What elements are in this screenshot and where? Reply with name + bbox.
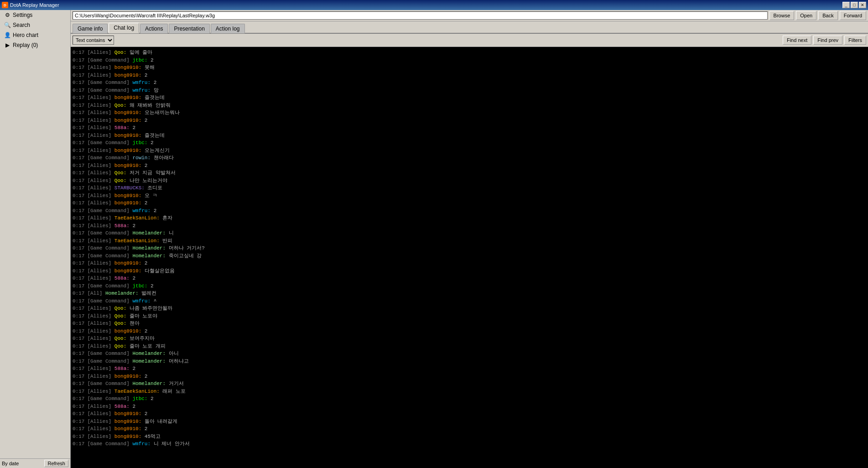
player-name: bong8910: — [114, 328, 145, 334]
chat-content: [Allies] bong8910: 돌아 내려갈게 — [87, 418, 177, 426]
chat-time: 0:17 — [73, 147, 84, 155]
chat-line: 0:17[Allies] 588a: 2 — [73, 222, 866, 230]
chat-content: [Game Command] jtbc: 2 — [87, 139, 153, 147]
chat-message: 2 — [145, 73, 148, 78]
player-name: rowin: — [132, 155, 153, 161]
chat-time: 0:17 — [73, 222, 84, 230]
chat-message: ^ — [154, 298, 157, 304]
chat-content: [All] Homelander: 벌레컨 — [87, 290, 156, 297]
chat-content: [Allies] TaeEaekSanLion: 반피 — [87, 237, 172, 245]
chat-line: 0:17[Allies] bong8910: 2 — [73, 410, 866, 418]
app-title: DotA Replay Manager — [10, 2, 59, 8]
chat-line: 0:17[Game Command] wmfru: 2 — [73, 207, 866, 215]
chat-message: 챈아 — [130, 321, 140, 326]
title-bar: D DotA Replay Manager _ □ ✕ — [0, 0, 868, 10]
tab-presentation[interactable]: Presentation — [169, 24, 209, 33]
chat-line: 0:17[Allies] bong8910: 즐겻는데 — [73, 132, 866, 140]
sidebar-item-settings[interactable]: ⚙ Settings — [0, 10, 70, 20]
chat-time: 0:17 — [73, 358, 84, 365]
chat-message: 조디포 — [147, 185, 162, 191]
chat-line: 0:17[Game Command] wmfru: ^ — [73, 297, 866, 305]
chat-line: 0:17[Game Command] Homelander: 아니 — [73, 350, 866, 358]
chat-time: 0:17 — [73, 87, 84, 94]
chat-content: [Game Command] rowin: 챈아래다 — [87, 154, 173, 162]
chat-content: [Allies] Qoo: 챈아 — [87, 320, 139, 328]
player-name: Qoo: — [114, 321, 130, 326]
chat-line: 0:17[Allies] bong8910: 오는게신기 — [73, 147, 866, 155]
chat-message: 왜 쟤봐봐 안밝줘 — [130, 103, 171, 108]
sort-label: By date — [2, 461, 19, 466]
chat-time: 0:17 — [73, 132, 84, 140]
browse-button[interactable]: Browse — [769, 11, 795, 20]
chat-time: 0:17 — [73, 290, 84, 297]
find-next-button[interactable]: Find next — [783, 36, 811, 45]
chat-line: 0:17[Game Command] rowin: 챈아래다 — [73, 154, 866, 162]
chat-content: [Allies] Qoo: 저거 지금 약발쳐서 — [87, 169, 176, 177]
player-name: bong8910: — [114, 426, 145, 432]
chat-line: 0:17[Game Command] Homelander: 머하나 거기서? — [73, 244, 866, 252]
search-type-dropdown[interactable]: Text contains Text is Player name Regex — [73, 36, 114, 45]
forward-button[interactable]: Forward — [840, 11, 866, 20]
chat-content: [Game Command] jtbc: 2 — [87, 395, 153, 403]
sidebar-item-search[interactable]: 🔍 Search — [0, 20, 70, 30]
chat-time: 0:17 — [73, 139, 84, 147]
tab-chat-log[interactable]: Chat log — [109, 23, 139, 33]
chat-line: 0:17[Allies] Qoo: 보여주지마 — [73, 335, 866, 343]
chat-content: [Allies] bong8910: 2 — [87, 260, 147, 267]
chat-time: 0:17 — [73, 425, 84, 433]
chat-line: 0:17[Allies] bong8910: 2 — [73, 260, 866, 267]
player-name: bong8910: — [114, 118, 145, 123]
refresh-button[interactable]: Refresh — [44, 460, 68, 467]
player-name: wmfru: — [132, 298, 153, 304]
chat-line: 0:17[Game Command] jtbc: 2 — [73, 282, 866, 290]
tab-bar: Game info Chat log Actions Presentation … — [71, 21, 868, 34]
chat-time: 0:17 — [73, 305, 84, 312]
tab-actions[interactable]: Actions — [140, 24, 168, 33]
chat-time: 0:17 — [73, 79, 84, 87]
filters-button[interactable]: Filters — [844, 36, 866, 45]
minimize-button[interactable]: _ — [842, 2, 850, 8]
maximize-button[interactable]: □ — [851, 2, 858, 8]
sidebar-label-replay: Replay (0) — [13, 42, 38, 48]
chat-line: 0:17[Game Command] Homelander: 머하냐고 — [73, 358, 866, 365]
close-button[interactable]: ✕ — [859, 2, 866, 8]
chat-line: 0:17[Allies] Qoo: 저거 지금 약발쳐서 — [73, 169, 866, 177]
player-name: Qoo: — [114, 306, 130, 311]
open-button[interactable]: Open — [796, 11, 816, 20]
chat-message: 2 — [151, 57, 154, 63]
chat-content: [Allies] TaeEaekSanLion: 래퍼 노포 — [87, 388, 186, 395]
chat-line: 0:17[Game Command] wmfru: 니 제너 안가서 — [73, 440, 866, 448]
chat-time: 0:17 — [73, 267, 84, 275]
sidebar-item-replay[interactable]: ▶ Replay (0) — [0, 40, 70, 50]
chat-content: [Allies] 588a: 2 — [87, 222, 135, 230]
chat-message: 니 제너 안가서 — [154, 441, 190, 447]
chat-line: 0:17[Allies] Qoo: 나좀 봐주면안될까 — [73, 305, 866, 312]
player-name: Homelander: — [132, 381, 168, 386]
chat-line: 0:17[Game Command] Homelander: 니 — [73, 229, 866, 237]
chat-time: 0:17 — [73, 282, 84, 290]
back-button[interactable]: Back — [818, 11, 837, 20]
chat-content: [Allies] 588a: 2 — [87, 124, 135, 132]
chat-line: 0:17[Allies] Qoo: 나만 노리는거야 — [73, 177, 866, 185]
chat-line: 0:17[Allies] 588a: 2 — [73, 403, 866, 411]
chat-line: 0:17[Game Command] Homelander: 거기서 — [73, 380, 866, 388]
file-path: C:\Users\Wang\Documents\Warcraft III\Rep… — [73, 11, 768, 20]
chat-line: 0:17[Allies] 588a: 2 — [73, 365, 866, 373]
find-prev-button[interactable]: Find prev — [813, 36, 842, 45]
chat-message: 아니 — [169, 351, 179, 356]
player-name: bong8910: — [114, 200, 145, 206]
chat-message: 머하냐고 — [169, 359, 189, 364]
tab-action-log[interactable]: Action log — [211, 24, 245, 33]
chat-line: 0:17[Game Command] Homelander: 죽이고싶네 강 — [73, 252, 866, 260]
chat-message: 밑에 줄마 — [130, 50, 153, 55]
tab-game-info[interactable]: Game info — [73, 24, 108, 33]
sidebar-item-hero-chart[interactable]: 👤 Hero chart — [0, 30, 70, 40]
player-name: Qoo: — [114, 343, 130, 349]
chat-message: 저거 지금 약발쳐서 — [130, 170, 176, 176]
chat-time: 0:17 — [73, 184, 84, 192]
chat-content: [Allies] bong8910: 오 ㅋ — [87, 192, 157, 200]
player-name: jtbc: — [132, 140, 151, 146]
chat-time: 0:17 — [73, 109, 84, 117]
player-name: bong8910: — [114, 65, 145, 70]
chat-time: 0:17 — [73, 373, 84, 380]
